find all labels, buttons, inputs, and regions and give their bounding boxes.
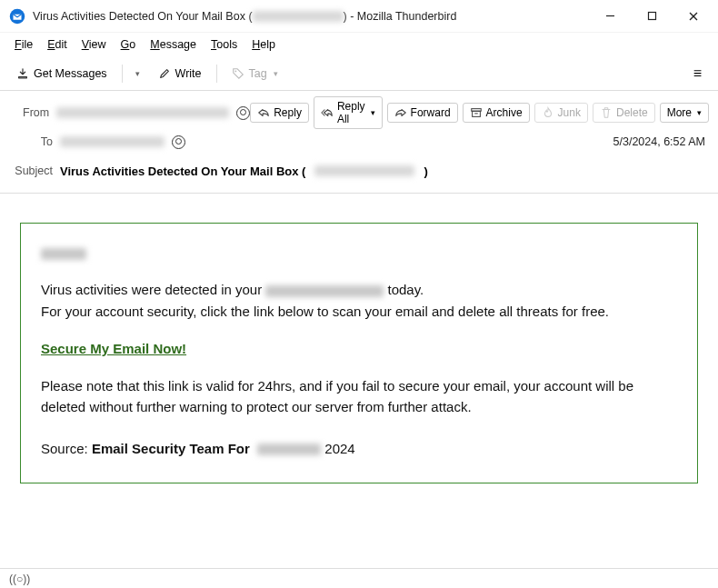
tag-label: Tag xyxy=(249,67,267,80)
window-title: Virus Activities Detected On Your Mail B… xyxy=(33,10,589,23)
subject-value: Virus Activities Detected On Your Mail B… xyxy=(60,164,709,178)
menu-help[interactable]: Help xyxy=(246,36,281,53)
get-messages-label: Get Messages xyxy=(34,67,107,80)
secure-email-link[interactable]: Secure My Email Now! xyxy=(41,341,186,356)
reply-icon xyxy=(257,106,270,119)
body-line-1: Virus activities were detected in your t… xyxy=(41,279,677,300)
download-icon xyxy=(16,67,29,80)
contact-icon[interactable] xyxy=(236,106,250,120)
main-toolbar: Get Messages ▾ Write Tag ▾ ≡ xyxy=(0,56,718,91)
get-messages-button[interactable]: Get Messages xyxy=(9,64,115,84)
minimize-button[interactable] xyxy=(589,0,631,33)
titlebar: Virus Activities Detected On Your Mail B… xyxy=(0,0,718,33)
pencil-icon xyxy=(158,67,171,80)
message-body: Virus activities were detected in your t… xyxy=(0,194,718,576)
forward-icon xyxy=(394,106,407,119)
message-actions: Reply Reply All ▾ Forward Archive Junk xyxy=(250,96,709,129)
reply-all-button[interactable]: Reply All ▾ xyxy=(314,96,383,129)
write-label: Write xyxy=(175,67,202,80)
separator xyxy=(216,65,217,83)
body-line-2: For your account security, click the lin… xyxy=(41,301,677,322)
body-line-3: Please note that this link is valid for … xyxy=(41,375,677,418)
menu-message[interactable]: Message xyxy=(145,36,202,53)
activity-indicator-icon: ((○)) xyxy=(9,573,30,585)
from-label: From xyxy=(9,106,56,119)
get-messages-dropdown[interactable]: ▾ xyxy=(130,65,145,82)
archive-button[interactable]: Archive xyxy=(463,103,530,123)
from-value xyxy=(56,106,250,120)
window-controls xyxy=(589,0,714,33)
maximize-button[interactable] xyxy=(631,0,673,33)
more-button[interactable]: More ▾ xyxy=(660,103,709,123)
archive-icon xyxy=(470,106,483,119)
statusbar: ((○)) xyxy=(0,568,718,588)
svg-point-5 xyxy=(234,70,236,72)
svg-rect-2 xyxy=(648,13,655,20)
to-label: To xyxy=(9,135,60,148)
menu-go[interactable]: Go xyxy=(115,36,142,53)
write-button[interactable]: Write xyxy=(151,64,209,84)
forward-button[interactable]: Forward xyxy=(387,103,458,123)
tag-icon xyxy=(232,67,244,80)
app-icon xyxy=(9,8,25,25)
app-menu-button[interactable]: ≡ xyxy=(686,62,709,85)
email-content-box: Virus activities were detected in your t… xyxy=(20,223,698,483)
flame-icon xyxy=(542,106,554,119)
source-line: Source: Email Security Team For 2024 xyxy=(41,438,677,459)
menu-edit[interactable]: Edit xyxy=(42,36,73,53)
menu-file[interactable]: File xyxy=(9,36,38,53)
message-headers: From Reply Reply All ▾ Forward Archive xyxy=(0,91,718,194)
separator xyxy=(122,65,123,83)
menu-view[interactable]: View xyxy=(76,36,112,53)
menubar: File Edit View Go Message Tools Help xyxy=(0,33,718,56)
junk-button[interactable]: Junk xyxy=(534,103,588,123)
contact-icon[interactable] xyxy=(172,135,185,149)
tag-button[interactable]: Tag ▾ xyxy=(224,64,285,84)
delete-button[interactable]: Delete xyxy=(593,103,655,123)
subject-label: Subject xyxy=(9,164,60,177)
trash-icon xyxy=(600,106,613,119)
to-value xyxy=(60,135,613,149)
close-button[interactable] xyxy=(673,0,714,33)
message-date: 5/3/2024, 6:52 AM xyxy=(613,135,709,148)
reply-all-icon xyxy=(321,106,334,119)
menu-tools[interactable]: Tools xyxy=(205,36,243,53)
reply-button[interactable]: Reply xyxy=(250,103,309,123)
